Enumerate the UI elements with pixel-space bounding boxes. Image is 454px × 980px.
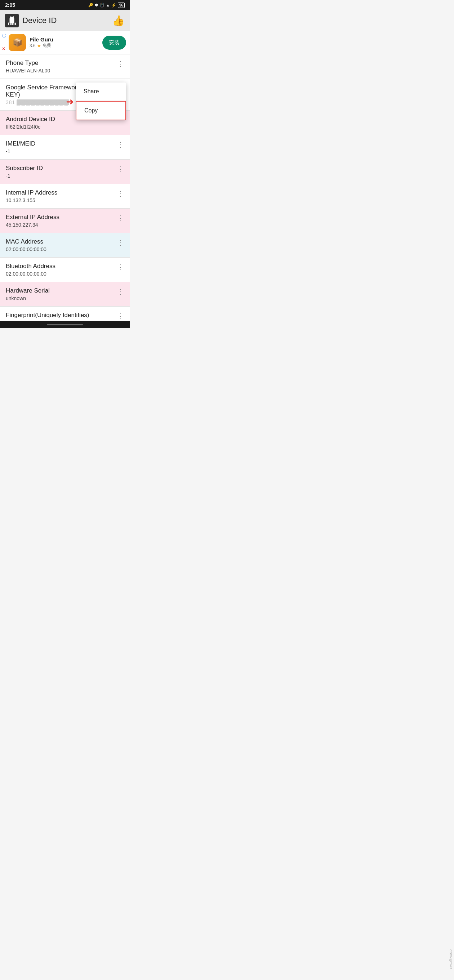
list-item-external-ip: External IP Address 45.150.227.34 ⋮ (0, 208, 130, 233)
key-icon: 🔑 (88, 3, 93, 8)
hardware-serial-menu-button[interactable]: ⋮ (114, 287, 124, 296)
android-id-value: fff62f2fd1f24f0c (6, 124, 124, 130)
bluetooth-content: Bluetooth Address 02:00:00:00:00:00 (6, 262, 114, 277)
battery-icon: ⚡ (112, 3, 116, 8)
external-ip-menu-button[interactable]: ⋮ (114, 214, 124, 222)
phone-type-menu-button[interactable]: ⋮ (114, 59, 124, 68)
subscriber-id-menu-button[interactable]: ⋮ (114, 165, 124, 173)
subscriber-id-content: Subscriber ID -1 (6, 165, 114, 179)
mac-content: MAC Address 02:00:00:00:00:00 (6, 238, 114, 252)
wifi-icon: ▲ (106, 3, 110, 7)
status-bar: 2:05 🔑 ✱ 📳 ▲ ⚡ 96 (0, 0, 130, 10)
gsf-section: Google Service Framework (GSF ID KEY) 38… (0, 79, 130, 111)
list-item-mac: MAC Address 02:00:00:00:00:00 ⋮ (0, 233, 130, 258)
ad-rating: 3.6 ★ 免费 (30, 43, 99, 49)
star-icon: ★ (37, 43, 41, 48)
imei-value: -1 (6, 148, 114, 154)
internal-ip-label: Internal IP Address (6, 189, 114, 196)
status-time: 2:05 (5, 2, 15, 8)
phone-type-content: Phone Type HUAWEI ALN-AL00 (6, 59, 114, 73)
app-title: Device ID (22, 16, 57, 25)
ad-free-label: 免费 (43, 43, 51, 49)
phone-type-value: HUAWEI ALN-AL00 (6, 68, 114, 73)
mac-label: MAC Address (6, 238, 114, 245)
ad-text: File Guru 3.6 ★ 免费 (30, 37, 99, 49)
hardware-serial-content: Hardware Serial unknown (6, 287, 114, 301)
list-item-fingerprint-partial: Fingerprint(Uniquely Identifies) ⋮ (0, 307, 130, 321)
list-item-imei: IMEI/MEID -1 ⋮ (0, 135, 130, 160)
mac-value: 02:00:00:00:00:00 (6, 247, 114, 252)
imei-menu-button[interactable]: ⋮ (114, 140, 124, 149)
fingerprint-label: Fingerprint(Uniquely Identifies) (6, 312, 89, 319)
arrow-indicator: ➜ (66, 96, 74, 107)
ad-close-button[interactable]: × (2, 46, 5, 51)
hardware-serial-value: unknown (6, 296, 114, 301)
thumbs-up-icon[interactable]: 👍 (112, 15, 125, 27)
bluetooth-value: 02:00:00:00:00:00 (6, 271, 114, 277)
hardware-serial-label: Hardware Serial (6, 287, 114, 294)
context-menu-copy[interactable]: Copy (76, 101, 126, 120)
ad-app-icon: 📦 (9, 34, 26, 51)
context-menu-share[interactable]: Share (76, 83, 126, 101)
bluetooth-label: Bluetooth Address (6, 262, 114, 270)
external-ip-label: External IP Address (6, 214, 114, 221)
ad-rating-score: 3.6 (30, 43, 36, 48)
context-menu: Share Copy (76, 83, 126, 120)
bluetooth-icon: ✱ (95, 3, 98, 8)
imei-label: IMEI/MEID (6, 140, 114, 147)
list-item-subscriber-id: Subscriber ID -1 ⋮ (0, 160, 130, 184)
battery-level: 96 (118, 3, 125, 8)
list-item-bluetooth: Bluetooth Address 02:00:00:00:00:00 ⋮ (0, 258, 130, 282)
nav-bar (0, 321, 130, 328)
internal-ip-content: Internal IP Address 10.132.3.155 (6, 189, 114, 203)
ad-info-icon[interactable]: ⓘ (2, 34, 6, 38)
list-item-phone-type: Phone Type HUAWEI ALN-AL00 ⋮ (0, 54, 130, 79)
ad-install-button[interactable]: 安装 (102, 36, 126, 50)
internal-ip-value: 10.132.3.155 (6, 197, 114, 203)
fingerprint-menu-button[interactable]: ⋮ (114, 312, 124, 320)
status-icons: 🔑 ✱ 📳 ▲ ⚡ 96 (88, 3, 125, 8)
ad-app-name: File Guru (30, 37, 99, 43)
app-header-left: Device ID (5, 14, 57, 27)
subscriber-id-label: Subscriber ID (6, 165, 114, 172)
subscriber-id-value: -1 (6, 173, 114, 179)
list-item-hardware-serial: Hardware Serial unknown ⋮ (0, 282, 130, 307)
bluetooth-menu-button[interactable]: ⋮ (114, 262, 124, 271)
app-header: Device ID 👍 (0, 10, 130, 31)
nav-pill (47, 324, 83, 325)
app-icon (5, 14, 19, 27)
internal-ip-menu-button[interactable]: ⋮ (114, 189, 124, 198)
imei-content: IMEI/MEID -1 (6, 140, 114, 154)
list-item-internal-ip: Internal IP Address 10.132.3.155 ⋮ (0, 184, 130, 208)
external-ip-value: 45.150.227.34 (6, 222, 114, 228)
vibrate-icon: 📳 (99, 3, 105, 8)
external-ip-content: External IP Address 45.150.227.34 (6, 214, 114, 228)
mac-menu-button[interactable]: ⋮ (114, 238, 124, 247)
ad-banner: ⓘ × 📦 File Guru 3.6 ★ 免费 安装 (0, 31, 130, 54)
phone-type-label: Phone Type (6, 59, 114, 67)
